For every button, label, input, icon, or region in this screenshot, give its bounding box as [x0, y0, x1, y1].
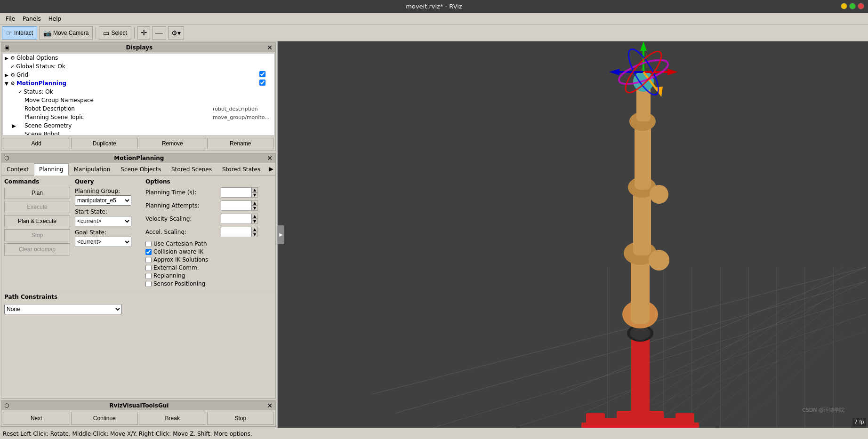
stop-rviz-button[interactable]: Stop — [207, 412, 274, 425]
motion-title: MotionPlanning — [114, 155, 164, 161]
svg-rect-29 — [675, 413, 694, 427]
menu-panels[interactable]: Panels — [19, 15, 45, 23]
accel-scaling-down[interactable]: ▼ — [251, 232, 258, 237]
select-button[interactable]: ▭ Select — [99, 26, 131, 40]
accel-scaling-input[interactable]: 1.00 — [221, 227, 251, 237]
planning-time-spin-buttons: ▲ ▼ — [251, 187, 258, 198]
viewport-collapse-handle[interactable]: ▶ — [278, 225, 284, 244]
display-tree-row[interactable]: Scene Robot — [3, 130, 274, 136]
option-checkbox-4[interactable] — [145, 273, 152, 279]
select-icon: ▭ — [103, 29, 109, 37]
option-checkbox-label-5: Sensor Positioning — [153, 280, 205, 287]
path-constraints-select[interactable]: None — [4, 304, 122, 314]
next-button[interactable]: Next — [3, 412, 70, 425]
tree-checkbox[interactable] — [259, 80, 265, 86]
motion-close-button[interactable]: ✕ — [267, 155, 273, 161]
tab-planning[interactable]: Planning — [34, 163, 69, 176]
tree-arrow[interactable]: ▼ — [5, 81, 10, 86]
toolbar-separator-1 — [96, 27, 96, 39]
velocity-scaling-up[interactable]: ▲ — [251, 214, 258, 219]
planning-attempts-label: Planning Attempts: — [145, 202, 221, 209]
tree-arrow[interactable]: ▶ — [5, 56, 10, 61]
viewport[interactable]: ▶ 7 fp CSDN @运博学院 — [278, 41, 868, 428]
tab-context[interactable]: Context — [1, 163, 34, 175]
break-button[interactable]: Break — [139, 412, 206, 425]
tree-label: Global Options — [16, 55, 58, 61]
minimize-button[interactable] — [841, 3, 847, 9]
goal-state-label: Goal State: — [75, 229, 141, 236]
display-tree-row[interactable]: Robot Descriptionrobot_description — [3, 104, 274, 113]
duplicate-display-button[interactable]: Duplicate — [71, 138, 138, 149]
display-tree-row[interactable]: Planning Scene Topicmove_group/monito... — [3, 113, 274, 121]
display-tree-row[interactable]: ▶⚙Global Options — [3, 54, 274, 62]
displays-tree[interactable]: ▶⚙Global Options ✓Global Status: Ok▶⚙Gri… — [2, 53, 274, 136]
execute-button[interactable]: Execute — [4, 201, 70, 213]
query-section: Query Planning Group: manipulator_e5 Sta… — [75, 178, 141, 288]
display-tree-row[interactable]: ▼⚙MotionPlanning — [3, 79, 274, 88]
tool-btn-minus[interactable]: — — [152, 26, 166, 40]
display-tree-row[interactable]: Move Group Namespace — [3, 96, 274, 104]
tree-checkbox[interactable] — [259, 71, 265, 77]
tree-label: Status: Ok — [24, 88, 53, 95]
option-checkbox-1[interactable] — [145, 249, 152, 255]
planning-time-input[interactable]: 5.0 — [221, 187, 251, 198]
interact-icon: ☞ — [6, 29, 12, 37]
maximize-button[interactable] — [849, 3, 856, 9]
close-button[interactable] — [858, 3, 864, 9]
menu-file[interactable]: File — [2, 15, 19, 23]
accel-scaling-up[interactable]: ▲ — [251, 227, 258, 232]
plan-execute-button[interactable]: Plan & Execute — [4, 215, 70, 227]
option-checkbox-0[interactable] — [145, 241, 152, 247]
display-tree-row[interactable]: ✓Status: Ok — [3, 88, 274, 96]
planning-time-up[interactable]: ▲ — [251, 187, 258, 192]
tool-btn-settings[interactable]: ⚙▾ — [168, 26, 184, 40]
option-checkbox-5[interactable] — [145, 281, 152, 287]
svg-line-16 — [579, 267, 843, 428]
plan-button[interactable]: Plan — [4, 187, 70, 199]
rename-display-button[interactable]: Rename — [207, 138, 274, 149]
remove-display-button[interactable]: Remove — [139, 138, 206, 149]
goal-state-select[interactable]: <current> — [75, 237, 131, 247]
planning-attempts-input[interactable]: 10 — [221, 200, 251, 211]
displays-close-button[interactable]: ✕ — [267, 44, 273, 51]
select-label: Select — [111, 30, 127, 36]
tab-scene-objects[interactable]: Scene Objects — [115, 163, 166, 175]
continue-button[interactable]: Continue — [71, 412, 138, 425]
rviz-icon: ⬡ — [4, 402, 9, 409]
option-checkbox-3[interactable] — [145, 265, 152, 271]
tool-btn-move[interactable]: ✛ — [137, 26, 150, 40]
planning-attempts-up[interactable]: ▲ — [251, 200, 258, 206]
tab-overflow-button[interactable]: ▶ — [267, 165, 275, 173]
option-checkbox-row: Replanning — [145, 272, 273, 279]
grid-lines — [372, 267, 866, 428]
tab-stored-scenes[interactable]: Stored Scenes — [166, 163, 217, 175]
start-state-select[interactable]: <current> — [75, 216, 131, 226]
tab-stored-states[interactable]: Stored States — [217, 163, 265, 175]
motion-planning-panel: ⬡ MotionPlanning ✕ Context Planning Mani… — [1, 153, 276, 399]
planning-time-spinbox: 5.0 ▲ ▼ — [221, 187, 258, 198]
display-tree-row[interactable]: ✓Global Status: Ok — [3, 62, 274, 71]
tree-arrow[interactable]: ▶ — [12, 123, 18, 128]
move-camera-button[interactable]: 📷 Move Camera — [39, 26, 93, 40]
display-tree-row[interactable]: ▶⚙Grid — [3, 71, 274, 79]
stop-button[interactable]: Stop — [4, 229, 70, 241]
display-tree-row[interactable]: ▶Scene Geometry — [3, 121, 274, 130]
velocity-scaling-down[interactable]: ▼ — [251, 219, 258, 224]
planning-time-down[interactable]: ▼ — [251, 192, 258, 198]
tab-manipulation[interactable]: Manipulation — [69, 163, 116, 175]
menu-help[interactable]: Help — [45, 15, 65, 23]
velocity-scaling-input[interactable]: 1.00 — [221, 214, 251, 224]
path-constraints-title: Path Constraints — [4, 294, 273, 300]
planning-attempts-down[interactable]: ▼ — [251, 206, 258, 211]
tree-arrow[interactable]: ▶ — [5, 72, 10, 78]
clear-octomap-button[interactable]: Clear octomap — [4, 243, 70, 255]
tree-value: move_group/monito... — [213, 114, 274, 120]
displays-panel-header: ▣ Displays ✕ — [1, 43, 275, 52]
accel-scaling-spinbox: 1.00 ▲ ▼ — [221, 227, 258, 237]
interact-button[interactable]: ☞ Interact — [2, 26, 37, 40]
planning-group-select[interactable]: manipulator_e5 — [75, 195, 131, 206]
rviz-tools-close-button[interactable]: ✕ — [267, 402, 273, 409]
option-checkbox-2[interactable] — [145, 257, 152, 263]
option-checkbox-label-0: Use Cartesian Path — [153, 240, 207, 247]
add-display-button[interactable]: Add — [3, 138, 70, 149]
